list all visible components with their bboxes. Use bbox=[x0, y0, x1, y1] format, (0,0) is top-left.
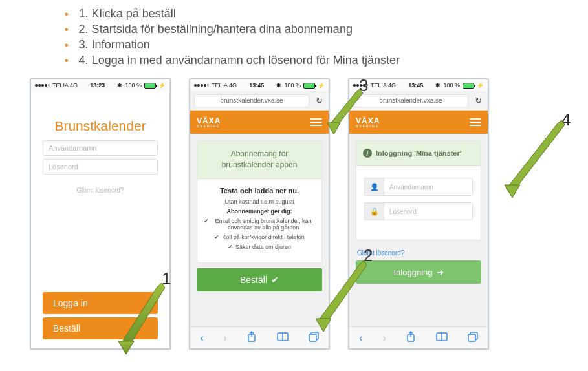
back-icon[interactable]: ‹ bbox=[359, 332, 362, 344]
signal-dots-icon bbox=[35, 84, 50, 87]
bullet-text: 2. Startsida för beställning/hantera din… bbox=[79, 23, 353, 36]
clock: 13:45 bbox=[408, 82, 423, 89]
forgot-password-link[interactable]: Glömt lösenord? bbox=[357, 249, 481, 257]
bookmarks-icon[interactable] bbox=[436, 332, 448, 344]
safari-toolbar: ‹ › bbox=[190, 326, 329, 348]
battery-icon bbox=[303, 83, 315, 89]
site-header: VÄXASVERIGE bbox=[349, 111, 488, 134]
battery-label: 100 % bbox=[125, 82, 142, 89]
feature-item: Säker data om djuren bbox=[204, 244, 315, 250]
bullet-text: 1. Klicka på beställ bbox=[79, 7, 176, 21]
forward-icon[interactable]: › bbox=[382, 332, 386, 344]
login-button[interactable]: Inloggning➜ bbox=[356, 260, 481, 284]
bookmarks-icon[interactable] bbox=[277, 332, 289, 344]
svg-rect-7 bbox=[468, 334, 475, 341]
annotation-number-2: 2 bbox=[364, 246, 373, 266]
order-button[interactable]: Beställ bbox=[43, 317, 158, 339]
annotation-number-1: 1 bbox=[162, 269, 171, 289]
bluetooth-icon: ✱ bbox=[276, 82, 281, 89]
battery-icon bbox=[144, 83, 156, 89]
battery-icon bbox=[463, 83, 474, 89]
user-icon: 👤 bbox=[364, 178, 384, 196]
share-icon[interactable] bbox=[406, 331, 416, 345]
charging-icon: ⚡ bbox=[158, 82, 166, 89]
bullet-text: 3. Information bbox=[79, 38, 150, 52]
battery-label: 100 % bbox=[284, 82, 301, 89]
card-header: i Inloggning 'Mina tjänster' bbox=[356, 141, 481, 166]
status-bar: TELIA 4G 13:45 ✱ 100 % ⚡ bbox=[190, 80, 329, 91]
lock-icon: 🔒 bbox=[364, 202, 384, 220]
gives-text: Abonnemanget ger dig: bbox=[204, 208, 315, 215]
check-icon: ✔ bbox=[271, 275, 279, 285]
bullet-item: •4. Logga in med användarnamn och löseno… bbox=[65, 54, 588, 67]
url-field[interactable]: brunstkalender.vxa.se bbox=[353, 94, 468, 107]
password-input[interactable]: Lösenord bbox=[43, 159, 158, 175]
signal-dots-icon bbox=[194, 84, 209, 87]
status-bar: TELIA 4G 13:23 ✱ 100 % ⚡ bbox=[31, 80, 169, 91]
hamburger-menu-icon[interactable] bbox=[310, 118, 322, 126]
safari-toolbar: ‹ › bbox=[349, 326, 488, 348]
carrier-label: TELIA 4G bbox=[52, 82, 78, 89]
vaxa-logo: VÄXASVERIGE bbox=[197, 117, 221, 128]
reload-icon[interactable]: ↻ bbox=[313, 96, 325, 105]
tabs-icon[interactable] bbox=[468, 332, 478, 344]
browser-address-bar: brunstkalender.vxa.se ↻ bbox=[190, 91, 329, 111]
feature-item: Enkel och smidig brunstkalender, kan anv… bbox=[204, 218, 315, 231]
login-button[interactable]: Logga in bbox=[43, 292, 158, 314]
login-card: i Inloggning 'Mina tjänster' 👤 Användarn… bbox=[356, 140, 481, 240]
charging-icon: ⚡ bbox=[318, 82, 325, 89]
back-icon[interactable]: ‹ bbox=[200, 332, 203, 344]
reload-icon[interactable]: ↻ bbox=[472, 96, 484, 105]
bullet-text: 4. Logga in med användarnamn och lösenor… bbox=[79, 54, 400, 67]
bullet-item: •2. Startsida för beställning/hantera di… bbox=[65, 23, 588, 36]
bluetooth-icon: ✱ bbox=[435, 82, 441, 89]
test-headline: Testa och ladda ner nu. bbox=[204, 187, 315, 195]
annotation-number-3: 3 bbox=[359, 76, 368, 96]
clock: 13:23 bbox=[90, 82, 105, 89]
bullet-item: •1. Klicka på beställ bbox=[65, 7, 588, 21]
carrier-label: TELIA 4G bbox=[371, 82, 396, 89]
clock: 13:45 bbox=[249, 82, 264, 89]
bullet-item: •3. Information bbox=[65, 38, 588, 52]
card-header: Abonnemang förbrunstkalender-appen bbox=[197, 141, 321, 179]
phone-1: TELIA 4G 13:23 ✱ 100 % ⚡ Brunstkalender … bbox=[30, 78, 171, 350]
hamburger-menu-icon[interactable] bbox=[470, 118, 481, 126]
phone-2: TELIA 4G 13:45 ✱ 100 % ⚡ brunstkalender.… bbox=[189, 78, 330, 350]
battery-label: 100 % bbox=[443, 82, 460, 89]
password-input[interactable]: Lösenord bbox=[384, 202, 473, 220]
username-input-group: 👤 Användarnamn bbox=[364, 178, 473, 196]
phone-3: TELIA 4G 13:45 ✱ 100 % ⚡ brunstkalender.… bbox=[348, 78, 489, 350]
feature-item: Koll på kor/kvigor direkt i telefon bbox=[204, 234, 315, 240]
svg-rect-3 bbox=[309, 334, 316, 341]
site-header: VÄXASVERIGE bbox=[190, 111, 329, 134]
nocost-text: Utan kostnad t.o.m augusti bbox=[204, 198, 315, 205]
forward-icon[interactable]: › bbox=[223, 332, 226, 344]
vaxa-logo: VÄXASVERIGE bbox=[356, 117, 380, 128]
app-title: Brunstkalender bbox=[54, 118, 146, 134]
subscription-card: Abonnemang förbrunstkalender-appen Testa… bbox=[197, 140, 322, 263]
share-icon[interactable] bbox=[246, 331, 257, 345]
forgot-password-link[interactable]: Glömt lösenord? bbox=[76, 187, 124, 194]
username-input[interactable]: Användarnamn bbox=[43, 140, 158, 156]
order-button[interactable]: Beställ✔ bbox=[197, 268, 322, 292]
password-input-group: 🔒 Lösenord bbox=[364, 202, 473, 220]
instruction-list: •1. Klicka på beställ •2. Startsida för … bbox=[0, 0, 588, 67]
browser-address-bar: brunstkalender.vxa.se ↻ bbox=[349, 91, 488, 111]
charging-icon: ⚡ bbox=[477, 82, 484, 89]
carrier-label: TELIA 4G bbox=[212, 82, 237, 89]
url-field[interactable]: brunstkalender.vxa.se bbox=[194, 94, 309, 107]
bluetooth-icon: ✱ bbox=[117, 82, 122, 89]
arrow-right-icon: ➜ bbox=[437, 268, 444, 277]
username-input[interactable]: Användarnamn bbox=[384, 178, 473, 196]
status-bar: TELIA 4G 13:45 ✱ 100 % ⚡ bbox=[349, 80, 488, 91]
tabs-icon[interactable] bbox=[309, 332, 319, 344]
info-icon: i bbox=[363, 149, 372, 158]
annotation-number-4: 4 bbox=[561, 110, 571, 130]
